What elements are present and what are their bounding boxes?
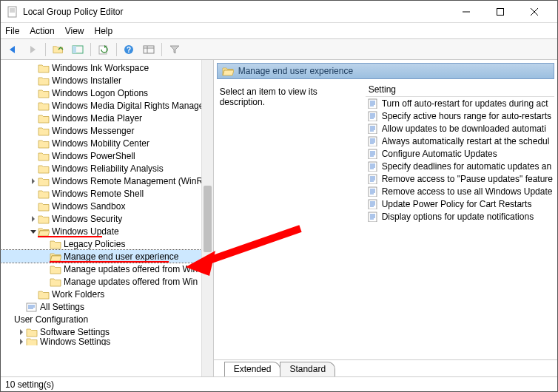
- folder-icon: [38, 176, 50, 186]
- tree-item[interactable]: User Configuration: [1, 313, 213, 325]
- tree-item-label: User Configuration: [14, 314, 88, 325]
- tree-item[interactable]: Windows Reliability Analysis: [1, 162, 213, 175]
- folder-icon: [38, 214, 50, 224]
- menu-action[interactable]: Action: [30, 26, 54, 36]
- help-button[interactable]: ?: [121, 41, 138, 58]
- minimize-button[interactable]: [449, 1, 483, 23]
- tree-item-label: All Settings: [40, 302, 84, 312]
- tree-pane: Windows Ink WorkspaceWindows InstallerWi…: [1, 60, 214, 376]
- tree-item[interactable]: Windows Media Player: [1, 112, 213, 124]
- expander-icon[interactable]: [29, 178, 38, 184]
- setting-item[interactable]: Configure Automatic Updates: [366, 147, 554, 160]
- toolbar: ?: [1, 39, 557, 60]
- tree-item-label: Software Settings: [40, 327, 110, 337]
- setting-item[interactable]: Turn off auto-restart for updates during…: [366, 97, 554, 109]
- refresh-button[interactable]: [95, 41, 112, 58]
- tree-item[interactable]: Software Settings: [1, 325, 213, 338]
- forward-button[interactable]: [24, 41, 41, 58]
- show-hide-tree-button[interactable]: [70, 41, 86, 58]
- svg-rect-18: [73, 46, 76, 53]
- expander-icon[interactable]: [17, 329, 26, 335]
- maximize-button[interactable]: [483, 1, 517, 23]
- main-area: Windows Ink WorkspaceWindows InstallerWi…: [1, 60, 557, 376]
- setting-item[interactable]: Display options for update notifications: [366, 210, 554, 223]
- up-button[interactable]: [50, 41, 67, 58]
- tree-item[interactable]: Windows Remote Management (WinR: [1, 175, 213, 187]
- folder-icon: [38, 163, 50, 174]
- folder-icon: [38, 63, 50, 73]
- setting-item[interactable]: Specify deadlines for automatic updates …: [366, 160, 554, 172]
- back-button[interactable]: [5, 41, 21, 58]
- tree-item[interactable]: Windows PowerShell: [1, 149, 213, 162]
- folder-icon: [38, 75, 50, 86]
- tree-item[interactable]: Windows Update: [1, 225, 213, 237]
- setting-item[interactable]: Allow updates to be downloaded automati: [366, 122, 554, 135]
- tab-extended[interactable]: Extended: [224, 362, 281, 376]
- tree-item[interactable]: Windows Installer: [1, 74, 213, 87]
- tree-item-label: Windows Ink Workspace: [52, 63, 149, 73]
- separator: [116, 43, 117, 56]
- tree-item-label: Windows Security: [52, 214, 122, 224]
- tree-item[interactable]: Windows Messenger: [1, 124, 213, 137]
- tab-standard[interactable]: Standard: [280, 362, 335, 376]
- setting-item[interactable]: Always automatically restart at the sche…: [366, 135, 554, 147]
- tree-item-label: Windows Installer: [52, 75, 121, 86]
- setting-item[interactable]: Update Power Policy for Cart Restarts: [366, 197, 554, 210]
- folder-icon: [26, 327, 38, 337]
- tree-item[interactable]: Windows Media Digital Rights Manage: [1, 99, 213, 112]
- tree-item[interactable]: All Settings: [1, 300, 213, 313]
- tree-item[interactable]: Windows Security: [1, 212, 213, 225]
- annotation-underline: [50, 261, 169, 263]
- tree-item[interactable]: Manage updates offered from Win: [1, 263, 213, 275]
- setting-label: Remove access to use all Windows Update: [382, 186, 553, 197]
- tree-item[interactable]: Work Folders: [1, 288, 213, 300]
- setting-label: Configure Automatic Updates: [382, 149, 497, 159]
- setting-label: Display options for update notifications: [382, 212, 534, 222]
- tree-item[interactable]: Windows Remote Shell: [1, 187, 213, 200]
- policy-icon: [367, 98, 379, 109]
- status-bar: 10 setting(s): [1, 376, 557, 391]
- folder-icon: [38, 289, 50, 300]
- policy-icon: [367, 149, 379, 159]
- tree-item[interactable]: Manage updates offered from Win: [1, 275, 213, 288]
- app-icon: [7, 6, 19, 18]
- tree-item[interactable]: Windows Logon Options: [1, 87, 213, 99]
- setting-label: Specify deadlines for automatic updates …: [382, 161, 551, 172]
- folder-icon: [50, 264, 61, 274]
- menu-view[interactable]: View: [65, 26, 84, 36]
- tree-item-label: Windows Settings: [40, 338, 110, 345]
- folder-icon: [26, 338, 38, 345]
- expander-icon[interactable]: [17, 339, 26, 345]
- expander-icon[interactable]: [29, 229, 38, 234]
- menu-file[interactable]: File: [5, 26, 19, 36]
- setting-item[interactable]: Remove access to use all Windows Update: [366, 185, 554, 197]
- folder-icon: [38, 226, 50, 237]
- expander-icon[interactable]: [29, 216, 38, 222]
- tree-item-label: Windows Remote Management (WinR: [52, 176, 203, 186]
- setting-item[interactable]: Specify active hours range for auto-rest…: [366, 109, 554, 122]
- folder-icon: [50, 239, 61, 249]
- tree-item-label: Windows Reliability Analysis: [52, 163, 164, 174]
- separator: [161, 43, 162, 56]
- column-header-setting[interactable]: Setting: [366, 82, 554, 97]
- tree-item[interactable]: Windows Settings: [1, 338, 213, 345]
- menu-help[interactable]: Help: [95, 26, 113, 36]
- tree-item[interactable]: Windows Sandbox: [1, 200, 213, 212]
- tree-item[interactable]: Windows Mobility Center: [1, 137, 213, 149]
- tree-item[interactable]: Windows Ink Workspace: [1, 61, 213, 74]
- setting-label: Turn off auto-restart for updates during…: [382, 98, 548, 109]
- pane-title: Manage end user experience: [238, 66, 353, 76]
- close-button[interactable]: [517, 1, 551, 23]
- properties-button[interactable]: [141, 41, 157, 58]
- description-text: Select an item to view its description.: [220, 87, 317, 107]
- setting-item[interactable]: Remove access to "Pause updates" feature: [366, 172, 554, 185]
- tree-item-label: Work Folders: [52, 289, 104, 300]
- tree-scrollbar[interactable]: [201, 60, 213, 376]
- tree-item-label: Windows Messenger: [52, 126, 134, 136]
- tree-item[interactable]: Legacy Policies: [1, 237, 213, 250]
- setting-label: Allow updates to be downloaded automati: [382, 124, 546, 134]
- right-pane: Manage end user experience Select an ite…: [214, 60, 557, 376]
- setting-label: Specify active hours range for auto-rest…: [382, 111, 551, 121]
- filter-button[interactable]: [167, 41, 183, 58]
- window-title: Local Group Policy Editor: [23, 7, 449, 17]
